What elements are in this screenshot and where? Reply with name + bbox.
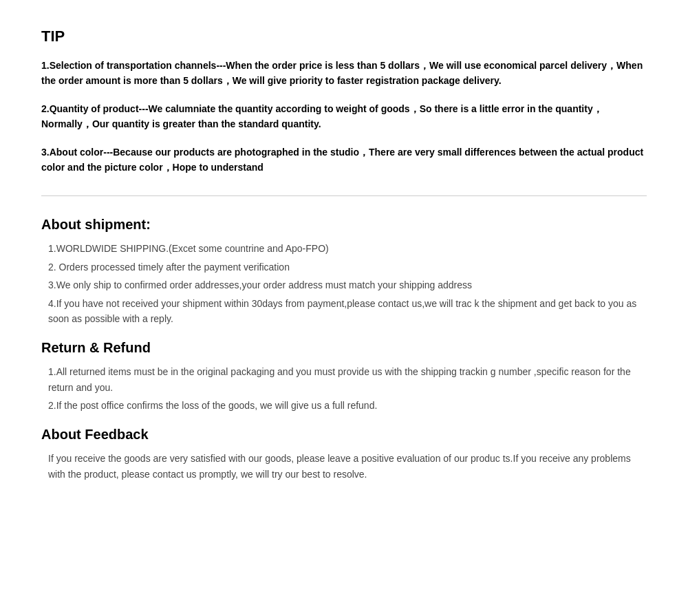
shipment-title: About shipment: bbox=[41, 217, 647, 233]
shipment-section: About shipment: 1.WORLDWIDE SHIPPING.(Ex… bbox=[41, 217, 647, 326]
refund-item-2: 2.If the post office confirms the loss o… bbox=[48, 398, 647, 413]
feedback-text: If you receive the goods are very satisf… bbox=[48, 451, 647, 482]
feedback-list: If you receive the goods are very satisf… bbox=[41, 451, 647, 482]
refund-item-1: 1.All returned items must be in the orig… bbox=[48, 364, 647, 395]
tip-item-2: 2.Quantity of product---We calumniate th… bbox=[41, 101, 647, 132]
refund-title: Return & Refund bbox=[41, 340, 647, 356]
feedback-section: About Feedback If you receive the goods … bbox=[41, 427, 647, 482]
tip-item-1: 1.Selection of transportation channels--… bbox=[41, 58, 647, 89]
shipment-item-1: 1.WORLDWIDE SHIPPING.(Excet some countri… bbox=[48, 241, 647, 256]
tip-item-3: 3.About color---Because our products are… bbox=[41, 145, 647, 176]
shipment-list: 1.WORLDWIDE SHIPPING.(Excet some countri… bbox=[41, 241, 647, 326]
tip-title: TIP bbox=[41, 28, 647, 45]
shipment-item-2: 2. Orders processed timely after the pay… bbox=[48, 259, 647, 275]
feedback-title: About Feedback bbox=[41, 427, 647, 443]
refund-list: 1.All returned items must be in the orig… bbox=[41, 364, 647, 413]
refund-section: Return & Refund 1.All returned items mus… bbox=[41, 340, 647, 413]
shipment-item-3: 3.We only ship to confirmed order addres… bbox=[48, 277, 647, 293]
tip-section: TIP 1.Selection of transportation channe… bbox=[41, 28, 647, 175]
shipment-item-4: 4.If you have not received your shipment… bbox=[48, 296, 647, 327]
divider bbox=[41, 195, 647, 196]
